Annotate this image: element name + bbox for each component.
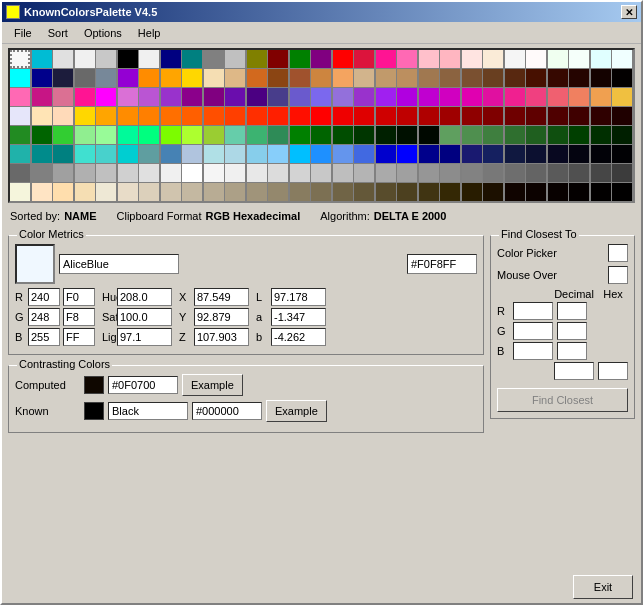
color-cell[interactable] (419, 107, 439, 125)
menu-file[interactable]: File (6, 25, 40, 41)
color-cell[interactable] (311, 50, 331, 68)
color-cell[interactable] (247, 107, 267, 125)
color-cell[interactable] (247, 126, 267, 144)
color-cell[interactable] (591, 107, 611, 125)
color-cell[interactable] (419, 69, 439, 87)
color-cell[interactable] (182, 50, 202, 68)
color-cell[interactable] (268, 107, 288, 125)
color-cell[interactable] (440, 50, 460, 68)
color-cell[interactable] (354, 88, 374, 106)
color-cell[interactable] (139, 145, 159, 163)
color-cell[interactable] (225, 107, 245, 125)
color-cell[interactable] (96, 69, 116, 87)
color-cell[interactable] (548, 164, 568, 182)
y-input[interactable] (194, 308, 249, 326)
color-cell[interactable] (569, 88, 589, 106)
color-cell[interactable] (548, 50, 568, 68)
color-cell[interactable] (204, 88, 224, 106)
color-cell[interactable] (376, 145, 396, 163)
color-cell[interactable] (376, 183, 396, 201)
color-cell[interactable] (204, 69, 224, 87)
color-cell[interactable] (354, 69, 374, 87)
color-cell[interactable] (75, 50, 95, 68)
color-cell[interactable] (268, 126, 288, 144)
color-cell[interactable] (53, 183, 73, 201)
color-cell[interactable] (268, 69, 288, 87)
color-cell[interactable] (505, 183, 525, 201)
color-cell[interactable] (440, 88, 460, 106)
color-cell[interactable] (161, 50, 181, 68)
color-cell[interactable] (526, 107, 546, 125)
x-input[interactable] (194, 288, 249, 306)
color-cell[interactable] (247, 145, 267, 163)
color-cell[interactable] (505, 50, 525, 68)
color-cell[interactable] (182, 107, 202, 125)
color-cell[interactable] (462, 145, 482, 163)
color-cell[interactable] (397, 126, 417, 144)
color-cell[interactable] (505, 145, 525, 163)
color-cell[interactable] (505, 107, 525, 125)
color-cell[interactable] (462, 164, 482, 182)
color-cell[interactable] (376, 107, 396, 125)
color-cell[interactable] (10, 126, 30, 144)
b-lab-input[interactable] (271, 328, 326, 346)
color-cell[interactable] (290, 126, 310, 144)
alpha-hex-input[interactable] (598, 362, 628, 380)
color-cell[interactable] (440, 107, 460, 125)
color-cell[interactable] (96, 183, 116, 201)
color-cell[interactable] (96, 88, 116, 106)
color-cell[interactable] (569, 145, 589, 163)
color-cell[interactable] (10, 88, 30, 106)
color-cell[interactable] (612, 126, 632, 144)
color-cell[interactable] (548, 69, 568, 87)
color-cell[interactable] (505, 164, 525, 182)
known-color-name[interactable] (108, 402, 188, 420)
color-cell[interactable] (419, 183, 439, 201)
color-cell[interactable] (397, 50, 417, 68)
color-cell[interactable] (333, 126, 353, 144)
color-cell[interactable] (440, 145, 460, 163)
color-cell[interactable] (419, 164, 439, 182)
color-cell[interactable] (139, 164, 159, 182)
computed-example-button[interactable]: Example (182, 374, 243, 396)
find-b-dec-input[interactable] (513, 342, 553, 360)
color-cell[interactable] (376, 69, 396, 87)
color-cell[interactable] (354, 183, 374, 201)
color-cell[interactable] (268, 88, 288, 106)
color-cell[interactable] (483, 69, 503, 87)
color-cell[interactable] (118, 69, 138, 87)
color-cell[interactable] (118, 183, 138, 201)
color-cell[interactable] (204, 50, 224, 68)
color-cell[interactable] (161, 69, 181, 87)
color-cell[interactable] (290, 88, 310, 106)
color-cell[interactable] (462, 88, 482, 106)
color-cell[interactable] (397, 69, 417, 87)
b-dec-input[interactable] (28, 328, 60, 346)
color-cell[interactable] (247, 164, 267, 182)
color-cell[interactable] (311, 183, 331, 201)
color-cell[interactable] (10, 69, 30, 87)
color-cell[interactable] (376, 164, 396, 182)
color-cell[interactable] (612, 50, 632, 68)
color-cell[interactable] (505, 126, 525, 144)
color-cell[interactable] (161, 164, 181, 182)
color-cell[interactable] (118, 88, 138, 106)
menu-help[interactable]: Help (130, 25, 169, 41)
color-cell[interactable] (53, 50, 73, 68)
color-cell[interactable] (483, 145, 503, 163)
color-cell[interactable] (53, 164, 73, 182)
color-cell[interactable] (397, 107, 417, 125)
color-cell[interactable] (591, 88, 611, 106)
color-cell[interactable] (118, 50, 138, 68)
color-cell[interactable] (10, 145, 30, 163)
color-cell[interactable] (247, 88, 267, 106)
color-cell[interactable] (32, 107, 52, 125)
r-dec-input[interactable] (28, 288, 60, 306)
color-cell[interactable] (548, 126, 568, 144)
color-cell[interactable] (118, 164, 138, 182)
color-cell[interactable] (526, 145, 546, 163)
color-cell[interactable] (139, 69, 159, 87)
color-cell[interactable] (225, 50, 245, 68)
color-cell[interactable] (290, 164, 310, 182)
color-cell[interactable] (225, 145, 245, 163)
